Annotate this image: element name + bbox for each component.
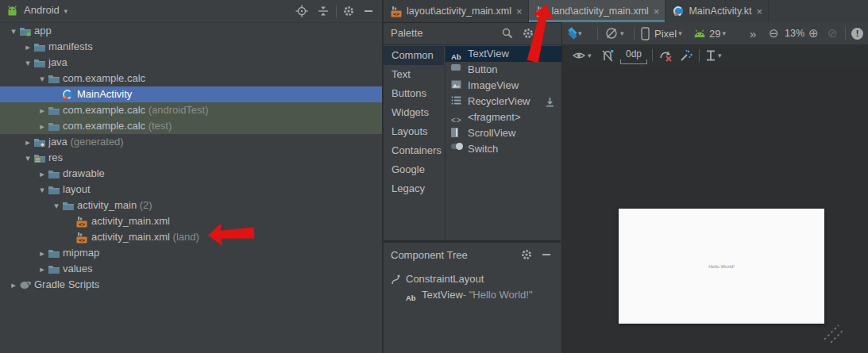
project-settings-button[interactable] [342,5,355,17]
close-icon[interactable]: × [756,6,762,17]
autoconnect-toggle-button[interactable] [600,44,615,67]
api-selector[interactable]: 29 ▾ [693,22,726,44]
default-margin-value: 0dp [626,48,642,59]
svg-text:<>: <> [393,10,399,17]
tree-item-label: java (generated) [48,134,124,150]
kotlin-class-icon [62,89,73,100]
hide-panel-button[interactable] [365,10,372,12]
component-label: TextView- "Hello World!" [422,287,533,303]
tree-item-manifests[interactable]: ▸ manifests [0,39,382,55]
orientation-selector[interactable]: ▾ [604,22,624,44]
locate-file-button[interactable] [295,5,308,17]
pack-align-button[interactable]: ▾ [705,44,722,67]
component-label: TextView [468,46,509,62]
chevron-down-icon: ▾ [620,29,624,37]
tree-item-activity-main-xml[interactable]: <>activity_main.xml (land) [0,229,382,245]
collapsed-arrow-icon[interactable]: ▸ [37,166,48,182]
palette-component-textview[interactable]: Ab TextView [446,46,561,62]
zoom-to-fit-button[interactable]: ⊘ [827,22,838,44]
folder-icon [48,73,60,84]
palette-component-recyclerview[interactable]: RecyclerView [446,94,561,109]
xml-file-icon: <> [536,6,547,17]
resize-handle[interactable] [822,324,846,344]
toolbar-overflow-button[interactable]: » [750,22,756,44]
issues-button[interactable]: ! [851,22,863,44]
palette-component-button[interactable]: Button [446,62,561,78]
toolbar-separator [336,5,337,17]
device-preview-canvas[interactable]: Hello World! [619,209,824,324]
tree-item-java[interactable]: ▸ java (generated) [0,134,382,150]
tree-item-activity-main-xml[interactable]: <>activity_main.xml [0,213,382,229]
clear-constraints-icon [658,48,673,63]
device-selector[interactable]: Pixel ▾ [641,22,682,44]
zoom-in-button[interactable]: ⊕ [808,22,819,44]
palette-component-switch[interactable]: Switch [446,141,561,157]
tree-item-layout[interactable]: ▾ layout [0,182,382,198]
collapsed-arrow-icon[interactable]: ▸ [8,277,19,293]
folder-icon [48,105,60,116]
close-icon[interactable]: × [654,6,660,17]
design-surface[interactable]: Hello World! [561,67,868,353]
component-label: RecyclerView [468,94,530,109]
editor-tab-layout-activity-main-xml[interactable]: <> layout\activity_main.xml × [384,0,529,22]
collapsed-arrow-icon[interactable]: ▸ [37,102,48,118]
clear-constraints-button[interactable] [658,44,673,67]
collapse-all-button[interactable] [317,5,330,17]
palette-component-imageview[interactable]: ImageView [446,78,561,94]
project-view-selector[interactable]: Android ▾ [24,4,68,16]
zoom-out-button[interactable]: ⊖ [769,22,779,44]
palette-component-scrollview[interactable]: ScrollView [446,125,561,141]
editor-tab-mainactivity-kt[interactable]: MainActivity.kt × [665,0,769,22]
folder-icon [33,152,46,163]
collapsed-arrow-icon[interactable]: ▸ [37,261,48,277]
close-icon[interactable]: × [516,6,523,17]
expanded-arrow-icon[interactable]: ▾ [8,23,19,39]
collapsed-arrow-icon[interactable]: ▸ [22,39,33,55]
collapsed-arrow-icon[interactable]: ▸ [37,118,48,134]
collapsed-arrow-icon[interactable]: ▸ [22,134,33,150]
component-tree-item-textview[interactable]: Ab TextView- "Hello World!" [384,287,561,303]
editor-tab-land-activity-main-xml[interactable]: <> land\activity_main.xml × [529,0,666,22]
tree-item-app[interactable]: ▾ app [0,23,382,39]
expanded-arrow-icon[interactable]: ▾ [37,71,48,86]
palette-component-fragment[interactable]: <> <fragment> [446,109,561,125]
expanded-arrow-icon[interactable]: ▾ [22,55,33,71]
tree-item-activity-main[interactable]: ▾ activity_main (2) [0,198,382,213]
kotlin-class-icon [673,6,684,17]
palette-category-text[interactable]: Text [384,65,444,84]
palette-category-legacy[interactable]: Legacy [384,179,444,198]
collapsed-arrow-icon[interactable]: ▸ [37,245,48,261]
component-tree-minimize-button[interactable] [542,254,550,255]
design-surface-selector[interactable]: ▾ [569,22,582,44]
palette-search-button[interactable] [501,27,514,40]
component-tree-settings-button[interactable] [520,248,533,261]
default-margin-selector[interactable]: 0dp [620,44,647,67]
tree-item-values[interactable]: ▸ values [0,261,382,277]
tree-item-res[interactable]: ▾ res [0,150,382,166]
infer-constraints-button[interactable] [679,44,693,67]
expanded-arrow-icon[interactable]: ▾ [22,150,33,166]
palette-settings-button[interactable] [522,27,534,40]
palette-category-widgets[interactable]: Widgets [384,103,444,122]
tree-item-mainactivity[interactable]: MainActivity [0,86,382,102]
palette-category-common[interactable]: Common [384,46,444,65]
tree-item-drawable[interactable]: ▸ drawable [0,166,382,182]
tree-item-com-example-calc[interactable]: ▸ com.example.calc (androidTest) [0,102,382,118]
palette-category-containers[interactable]: Containers [384,141,444,160]
palette-category-google[interactable]: Google [384,160,444,179]
palette-category-layouts[interactable]: Layouts [384,122,444,141]
expanded-arrow-icon[interactable]: ▾ [37,182,48,198]
project-view-label: Android [24,4,60,16]
component-label: Button [468,62,498,78]
tree-item-java[interactable]: ▾ java [0,55,382,71]
component-tree-item-constraintlayout[interactable]: ConstraintLayout [384,271,561,287]
tree-item-mipmap[interactable]: ▸ mipmap [0,245,382,261]
download-button[interactable] [545,97,555,107]
toolbar-separator [652,49,653,62]
view-options-button[interactable]: ▾ [572,44,592,67]
palette-category-buttons[interactable]: Buttons [384,84,444,103]
expanded-arrow-icon[interactable]: ▾ [51,198,62,213]
tree-item-gradle-scripts[interactable]: ▸ Gradle Scripts [0,277,382,293]
tree-item-com-example-calc[interactable]: ▾ com.example.calc [0,71,382,86]
tree-item-com-example-calc[interactable]: ▸ com.example.calc (test) [0,118,382,134]
